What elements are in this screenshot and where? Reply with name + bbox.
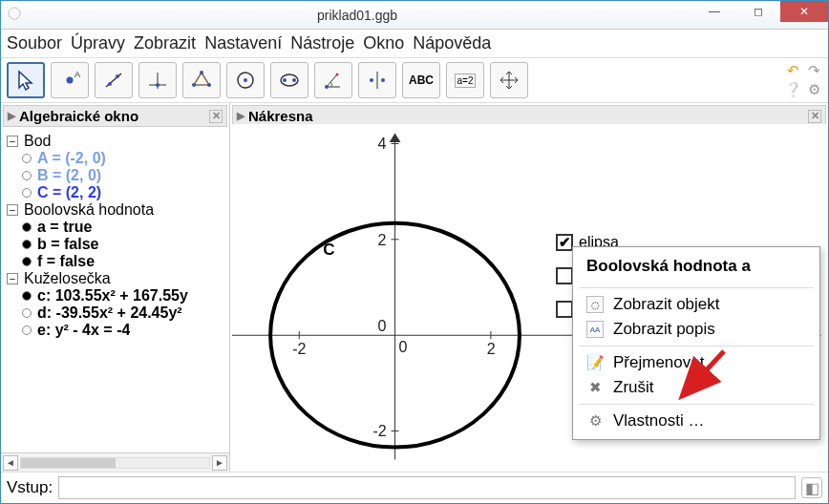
input-label: Vstup: — [7, 478, 53, 497]
tree-item[interactable]: b = false — [7, 236, 227, 253]
tree-item[interactable]: f = false — [7, 253, 227, 270]
visibility-toggle-icon[interactable] — [22, 188, 32, 198]
svg-point-16 — [283, 78, 287, 82]
menu-upravy[interactable]: Úpravy — [71, 33, 125, 52]
visibility-toggle-icon[interactable] — [22, 291, 32, 301]
redo-icon[interactable]: ↷ — [805, 62, 822, 79]
tree-item[interactable]: C = (2, 2) — [7, 184, 227, 201]
visibility-toggle-icon[interactable] — [22, 308, 32, 318]
checkbox-icon[interactable]: ✔ — [556, 234, 573, 251]
tree-item[interactable]: A = (-2, 0) — [7, 150, 227, 167]
checkbox-icon[interactable] — [556, 301, 573, 318]
graphics-view[interactable]: -2 0 2 4 2 4 -2 0 C ✔ eli — [232, 124, 826, 470]
tool-point[interactable]: A — [51, 62, 89, 98]
panel-close-icon[interactable]: ✕ — [209, 110, 223, 123]
tree-group-label: Boolovská hodnota — [24, 201, 154, 219]
svg-line-33 — [685, 351, 724, 393]
ytick-2: 2 — [377, 231, 386, 248]
menu-nastaveni[interactable]: Nastavení — [204, 33, 282, 52]
tree-item-label: B = (2, 0) — [37, 167, 101, 184]
algebra-tree: −BodA = (-2, 0)B = (2, 0)C = (2, 2)−Bool… — [1, 129, 229, 452]
tool-move-view[interactable] — [490, 62, 528, 98]
tool-text[interactable]: ABC — [402, 62, 440, 98]
visibility-toggle-icon[interactable] — [22, 257, 32, 266]
undo-icon[interactable]: ↶ — [784, 62, 801, 79]
cm-properties[interactable]: ⚙ Vlastnosti … — [573, 409, 819, 433]
tree-item-label: f = false — [37, 253, 95, 270]
svg-point-12 — [192, 83, 196, 87]
tool-angle[interactable] — [314, 62, 352, 98]
visibility-toggle-icon[interactable] — [22, 326, 32, 335]
minimize-button[interactable]: — — [692, 1, 736, 22]
visibility-toggle-icon[interactable] — [22, 171, 32, 180]
tool-move[interactable] — [7, 62, 45, 98]
svg-point-4 — [108, 82, 112, 86]
scroll-right-icon[interactable]: ► — [212, 455, 227, 471]
algebra-panel-header[interactable]: ▶ Algebraické okno ✕ — [3, 105, 227, 127]
caret-icon: ▶ — [237, 110, 244, 122]
algebra-panel-title: Algebraické okno — [19, 108, 138, 124]
collapse-icon[interactable]: − — [7, 273, 18, 284]
svg-point-0 — [9, 8, 20, 19]
tree-item-label: b = false — [37, 236, 98, 253]
menu-bar: Soubor Úpravy Zobrazit Nastavení Nástroj… — [1, 30, 828, 58]
menu-okno[interactable]: Okno — [363, 33, 404, 52]
tree-group-header[interactable]: −Kuželosečka — [7, 270, 227, 287]
panel-close-icon[interactable]: ✕ — [808, 110, 821, 123]
tree-item-label: a = true — [37, 219, 92, 236]
settings-icon[interactable]: ⚙ — [805, 81, 822, 98]
window-title: priklad01.ggb — [22, 8, 692, 23]
collapse-icon[interactable]: − — [7, 136, 18, 147]
scroll-left-icon[interactable]: ◄ — [3, 455, 18, 471]
ytick-4: 4 — [377, 136, 386, 153]
tool-perpendicular[interactable] — [138, 62, 177, 98]
tool-slider[interactable]: a=2 — [446, 62, 484, 98]
tree-group-header[interactable]: −Boolovská hodnota — [7, 201, 227, 219]
svg-point-10 — [200, 71, 203, 74]
tree-item-label: c: 103.55x² + 167.55y — [37, 287, 188, 304]
close-button[interactable]: ✕ — [780, 1, 828, 22]
visibility-toggle-icon[interactable] — [22, 240, 32, 249]
xtick-neg2: -2 — [292, 340, 306, 357]
visibility-toggle-icon[interactable] — [22, 154, 32, 163]
xtick-2: 2 — [487, 340, 496, 357]
svg-point-5 — [116, 74, 119, 78]
maximize-button[interactable]: ◻ — [736, 1, 780, 22]
svg-point-17 — [292, 78, 296, 82]
tree-item[interactable]: B = (2, 0) — [7, 167, 227, 184]
input-helper-icon[interactable]: ◧ — [801, 477, 822, 498]
caret-icon: ▶ — [8, 110, 15, 122]
show-label-icon: AA — [586, 321, 604, 338]
svg-point-19 — [336, 74, 339, 76]
cm-show-label[interactable]: AA Zobrazit popis — [573, 317, 819, 342]
gear-icon: ⚙ — [586, 412, 604, 430]
menu-soubor[interactable]: Soubor — [7, 33, 62, 52]
origin-label: 0 — [399, 338, 408, 355]
tree-item[interactable]: a = true — [7, 219, 227, 236]
tool-circle[interactable] — [226, 62, 265, 98]
tool-reflect[interactable] — [358, 62, 396, 98]
tree-group-header[interactable]: −Bod — [7, 133, 227, 150]
checkbox-icon[interactable] — [556, 267, 573, 284]
menu-nastroje[interactable]: Nástroje — [290, 33, 354, 52]
conic-c-label: C — [323, 241, 334, 259]
command-input[interactable] — [58, 476, 796, 499]
collapse-icon[interactable]: − — [7, 204, 18, 216]
ytick-0: 0 — [377, 317, 386, 334]
help-icon[interactable]: ❔ — [784, 81, 801, 98]
tool-line[interactable] — [95, 62, 133, 98]
tree-item[interactable]: c: 103.55x² + 167.55y — [7, 287, 227, 304]
cm-show-object[interactable]: ◌ Zobrazit objekt — [573, 292, 819, 317]
tool-polygon[interactable] — [182, 62, 221, 98]
tree-item[interactable]: e: y² - 4x = -4 — [7, 322, 227, 339]
tree-item[interactable]: d: -39.55x² + 24.45y² — [7, 304, 227, 322]
checkbox-2[interactable] — [556, 267, 573, 284]
tree-group-label: Bod — [24, 133, 51, 150]
checkbox-3[interactable] — [556, 301, 573, 318]
algebra-hscroll[interactable]: ◄ ► — [1, 452, 229, 472]
visibility-toggle-icon[interactable] — [22, 222, 32, 232]
menu-napoveda[interactable]: Nápověda — [413, 33, 491, 52]
menu-zobrazit[interactable]: Zobrazit — [134, 33, 196, 52]
tool-conic[interactable] — [270, 62, 308, 98]
svg-point-18 — [325, 85, 329, 89]
